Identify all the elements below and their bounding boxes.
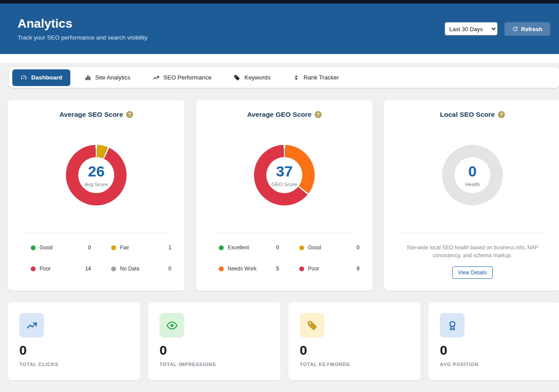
total-keywords-card: 0 TOTAL KEYWORDS	[288, 302, 421, 380]
card-title: Average GEO Score ?	[196, 111, 373, 119]
tab-label: SEO Performance	[163, 74, 212, 81]
divider	[402, 233, 543, 233]
stat-label: TOTAL CLICKS	[19, 362, 129, 367]
stat-label: TOTAL IMPRESSIONS	[160, 362, 269, 367]
tab-site-analytics[interactable]: Site Analytics	[76, 69, 138, 86]
legend-dot	[219, 266, 224, 271]
total-clicks-card: 0 TOTAL CLICKS	[8, 302, 140, 380]
help-icon[interactable]: ?	[126, 111, 133, 118]
tab-label: Dashboard	[31, 74, 62, 81]
tab-bar: Dashboard Site Analytics SEO Performance…	[9, 67, 559, 88]
card-title: Average SEO Score ?	[8, 111, 185, 119]
total-impressions-card: 0 TOTAL IMPRESSIONS	[148, 302, 280, 380]
legend-value: 9	[356, 266, 359, 272]
refresh-label: Refresh	[521, 25, 542, 32]
card-title-text: Local SEO Score	[440, 111, 495, 119]
donut-wrap: 37 GEO Score	[196, 145, 373, 205]
legend-item: No Data 0	[111, 266, 171, 272]
local-seo-donut-chart: 0 Health	[442, 145, 503, 205]
bar-chart-icon	[84, 74, 91, 81]
legend-item: Poor 14	[31, 266, 91, 272]
legend-item: Poor 9	[299, 266, 359, 272]
local-seo-score-card: Local SEO Score ? 0 Health Site-wide loc…	[384, 100, 559, 291]
trending-up-icon	[19, 313, 44, 338]
legend-value: 0	[356, 245, 359, 251]
stat-value: 0	[19, 344, 129, 357]
legend-dot	[299, 266, 304, 271]
card-title: Local SEO Score ?	[384, 111, 559, 119]
top-dark-strip	[0, 0, 559, 4]
tab-label: Site Analytics	[95, 74, 131, 81]
legend-item: Good 0	[299, 245, 359, 251]
header-controls: Last 30 Days Refresh	[445, 22, 550, 36]
tab-rank-tracker[interactable]: Rank Tracker	[285, 69, 347, 86]
legend-value: 1	[168, 245, 171, 251]
stat-value: 0	[300, 344, 409, 357]
donut-center: 0 Health	[442, 145, 503, 205]
divider	[214, 233, 355, 233]
legend-item: Fair 1	[111, 245, 171, 251]
seo-score-caption: Avg Score	[85, 182, 108, 187]
stat-value: 0	[440, 344, 549, 357]
avg-position-card: 0 AVG POSITION	[428, 302, 559, 380]
tab-keywords[interactable]: Keywords	[225, 69, 278, 86]
seo-score-value: 26	[88, 164, 105, 179]
stat-value: 0	[160, 344, 269, 357]
geo-legend: Excellent 0 Good 0 Needs Work 5 Poor 9	[219, 245, 359, 272]
legend-dot	[111, 266, 116, 271]
help-icon[interactable]: ?	[498, 111, 505, 118]
stat-label: TOTAL KEYWORDS	[300, 362, 409, 367]
legend-dot	[111, 245, 116, 250]
stat-label: AVG POSITION	[440, 362, 549, 367]
seo-legend: Good 0 Fair 1 Poor 14 No Data 0	[31, 245, 171, 272]
donut-wrap: 26 Avg Score	[8, 145, 185, 205]
refresh-icon	[512, 26, 518, 32]
help-icon[interactable]: ?	[315, 111, 322, 118]
geo-score-donut-chart: 37 GEO Score	[254, 145, 315, 205]
legend-dot	[31, 245, 36, 250]
legend-value: 0	[168, 266, 171, 272]
header-gap	[0, 54, 559, 63]
tag-icon	[233, 74, 240, 81]
rank-sort-icon	[293, 74, 300, 81]
legend-value: 0	[88, 245, 91, 251]
tab-seo-performance[interactable]: SEO Performance	[145, 69, 220, 86]
local-seo-description: Site-wide local SEO health based on busi…	[399, 244, 546, 259]
tag-icon	[300, 313, 324, 338]
legend-value: 5	[276, 266, 279, 272]
local-score-value: 0	[468, 164, 477, 179]
legend-label: Poor	[308, 266, 319, 272]
divider	[25, 233, 167, 233]
legend-dot	[31, 266, 36, 271]
legend-label: Excellent	[228, 245, 249, 251]
tab-label: Rank Tracker	[304, 74, 339, 81]
line-chart-icon	[152, 74, 160, 81]
legend-label: No Data	[120, 266, 139, 272]
legend-label: Needs Work	[228, 266, 257, 272]
legend-label: Good	[308, 245, 321, 251]
legend-item: Needs Work 5	[219, 266, 279, 272]
donut-center: 26 Avg Score	[66, 145, 127, 205]
tab-dashboard[interactable]: Dashboard	[12, 69, 70, 86]
page-header: Analytics Track your SEO performance and…	[0, 4, 559, 54]
legend-item: Good 0	[31, 245, 91, 251]
legend-item: Excellent 0	[219, 245, 279, 251]
seo-score-donut-chart: 26 Avg Score	[66, 145, 127, 205]
score-cards-row: Average SEO Score ? 26 Avg Score Good 0 …	[8, 100, 559, 291]
legend-dot	[299, 245, 304, 250]
stat-cards-row: 0 TOTAL CLICKS 0 TOTAL IMPRESSIONS 0 TOT…	[8, 302, 559, 380]
card-title-text: Average SEO Score	[59, 111, 123, 119]
refresh-button[interactable]: Refresh	[505, 22, 550, 36]
view-details-button[interactable]: View Details	[452, 266, 493, 279]
award-icon	[440, 313, 465, 338]
legend-label: Good	[40, 245, 52, 251]
legend-value: 0	[276, 245, 279, 251]
donut-center: 37 GEO Score	[254, 145, 315, 205]
date-range-select[interactable]: Last 30 Days	[445, 22, 497, 36]
legend-label: Fair	[120, 245, 129, 251]
local-score-caption: Health	[465, 182, 479, 187]
card-title-text: Average GEO Score	[247, 111, 312, 119]
eye-icon	[160, 313, 184, 338]
legend-value: 14	[85, 266, 91, 272]
avg-geo-score-card: Average GEO Score ? 37 GEO Score Excelle…	[196, 100, 373, 291]
